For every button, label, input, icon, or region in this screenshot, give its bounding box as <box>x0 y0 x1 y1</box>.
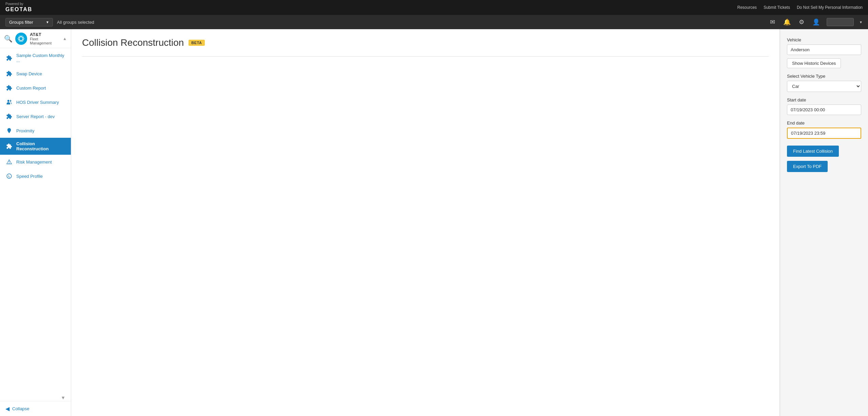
att-logo-svg <box>17 34 25 43</box>
user-chevron-icon: ▼ <box>859 20 863 24</box>
second-bar: Groups filter ▼ All groups selected ✉ 🔔 … <box>0 15 868 29</box>
sidebar-collapse-button[interactable]: ◀ Collapse <box>0 401 71 416</box>
end-date-label: End date <box>787 120 861 126</box>
sidebar-item-custom-report[interactable]: Custom Report <box>0 81 71 95</box>
sidebar-item-speed-profile[interactable]: Speed Profile <box>0 169 71 183</box>
export-to-pdf-button[interactable]: Export To PDF <box>787 161 828 172</box>
end-date-input[interactable] <box>787 128 861 139</box>
right-panel: Vehicle Show Historic Devices Select Veh… <box>780 29 868 416</box>
main-empty-area <box>82 57 769 192</box>
sidebar-brand-text: AT&T Fleet Management <box>30 32 60 45</box>
puzzle-icon-collision <box>5 143 13 150</box>
content-area: Collision Reconstruction BETA Vehicle Sh… <box>71 29 868 416</box>
top-nav: Powered by GEOTAB Resources Submit Ticke… <box>0 0 868 15</box>
groups-filter-label: Groups filter <box>9 20 33 25</box>
user-name-box[interactable] <box>827 18 854 26</box>
sidebar-item-server-report[interactable]: Server Report - dev <box>0 109 71 124</box>
scroll-down-icon[interactable]: ▼ <box>0 394 71 401</box>
puzzle-icon-custom <box>5 84 13 92</box>
top-nav-links: Resources Submit Tickets Do Not Sell My … <box>737 5 863 10</box>
sidebar-item-label: HOS Driver Summary <box>16 100 59 105</box>
groups-filter-dropdown[interactable]: Groups filter ▼ <box>5 18 53 26</box>
sidebar-list: Sample Custom Monthly ... Swap Device Cu… <box>0 48 71 394</box>
all-groups-text: All groups selected <box>57 20 94 25</box>
sidebar-item-label: Speed Profile <box>16 174 43 179</box>
groups-filter-area: Groups filter ▼ All groups selected <box>5 18 94 26</box>
vehicle-input[interactable] <box>787 44 861 55</box>
powered-by-text: Powered by GEOTAB <box>5 2 32 13</box>
sidebar-top-area: 🔍 AT&T Fleet Management ▲ <box>0 29 71 48</box>
second-bar-icons: ✉ 🔔 ⚙ 👤 ▼ <box>769 17 863 27</box>
page-title-area: Collision Reconstruction BETA <box>82 37 769 48</box>
geotab-logo: GEOTAB <box>5 6 32 13</box>
resources-link[interactable]: Resources <box>737 5 757 10</box>
search-icon[interactable]: 🔍 <box>4 35 13 43</box>
collapse-label: Collapse <box>12 406 29 411</box>
sidebar-item-label: Sample Custom Monthly ... <box>16 53 65 63</box>
start-date-label: Start date <box>787 97 861 102</box>
vehicle-type-select[interactable]: Car Truck Bus Motorcycle <box>787 81 861 92</box>
main-panel: Collision Reconstruction BETA <box>71 29 780 416</box>
sidebar-item-label: Server Report - dev <box>16 114 55 119</box>
vehicle-label: Vehicle <box>787 37 861 42</box>
sidebar-item-swap-device[interactable]: Swap Device <box>0 67 71 81</box>
submit-tickets-link[interactable]: Submit Tickets <box>764 5 790 10</box>
select-vehicle-type-label: Select Vehicle Type <box>787 74 861 79</box>
sidebar-item-label: Swap Device <box>16 71 42 76</box>
svg-point-4 <box>7 100 9 102</box>
att-logo <box>15 33 27 45</box>
sidebar-item-collision-reconstruction[interactable]: Collision Reconstruction <box>0 138 71 155</box>
page-title: Collision Reconstruction <box>82 37 184 48</box>
sidebar-item-hos-driver[interactable]: HOS Driver Summary <box>0 95 71 109</box>
show-historic-devices-button[interactable]: Show Historic Devices <box>787 58 841 68</box>
sidebar-item-proximity[interactable]: Proximity <box>0 124 71 138</box>
puzzle-icon-server <box>5 113 13 120</box>
scroll-up-icon[interactable]: ▲ <box>63 36 67 41</box>
sidebar-item-label: Collision Reconstruction <box>16 141 65 151</box>
find-latest-collision-button[interactable]: Find Latest Collision <box>787 146 839 157</box>
puzzle-icon-sample <box>5 54 13 62</box>
speed-icon-speed <box>5 172 13 180</box>
puzzle-icon-swap <box>5 70 13 77</box>
sidebar-item-risk-management[interactable]: Risk Management <box>0 155 71 169</box>
sidebar-item-label: Proximity <box>16 128 34 133</box>
user-icon[interactable]: 👤 <box>811 17 821 27</box>
beta-badge: BETA <box>189 40 204 46</box>
do-not-sell-link[interactable]: Do Not Sell My Personal Information <box>797 5 863 10</box>
people-icon-hos <box>5 98 13 106</box>
sidebar: 🔍 AT&T Fleet Management ▲ Sampl <box>0 29 71 416</box>
gear-icon[interactable]: ⚙ <box>797 17 806 27</box>
start-date-input[interactable] <box>787 105 861 115</box>
sidebar-item-sample-custom[interactable]: Sample Custom Monthly ... <box>0 50 71 67</box>
brand-area: Powered by GEOTAB <box>5 2 32 13</box>
mail-icon[interactable]: ✉ <box>769 17 776 27</box>
bell-icon[interactable]: 🔔 <box>782 17 792 27</box>
map-icon-proximity <box>5 127 13 134</box>
sidebar-item-label: Risk Management <box>16 159 52 165</box>
main-layout: 🔍 AT&T Fleet Management ▲ Sampl <box>0 29 868 416</box>
chevron-down-icon: ▼ <box>46 20 49 24</box>
sidebar-item-label: Custom Report <box>16 86 46 91</box>
risk-icon-risk <box>5 158 13 166</box>
collapse-arrow-icon: ◀ <box>5 405 9 412</box>
